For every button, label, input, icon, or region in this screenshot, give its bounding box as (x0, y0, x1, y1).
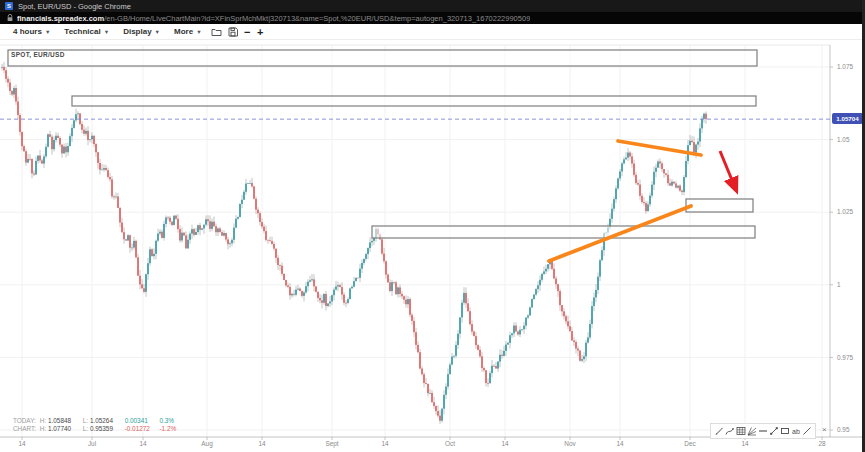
drawing-rectangle[interactable] (8, 50, 757, 66)
legend-row-today: TODAY: H: 1.05848 L: 1.05264 0.00341 0.3… (13, 417, 176, 425)
candlestick-chart[interactable]: 1.0751.051.02510.9750.9514Jul14Aug14Sept… (0, 40, 865, 452)
x-axis-label: 14 (258, 440, 266, 447)
drawing-rectangle[interactable] (72, 96, 756, 106)
chevron-down-icon: ▼ (155, 29, 160, 35)
window-title: Spot, EUR/USD - Google Chrome (18, 2, 131, 11)
pen-icon[interactable] (714, 425, 724, 437)
today-change: 0.00341 (125, 417, 158, 425)
chart-low-value: 0.95359 (90, 425, 119, 433)
fan-lines-icon[interactable] (747, 425, 757, 437)
rectangle-icon[interactable] (780, 425, 790, 437)
polyline-arrow-icon[interactable] (725, 425, 735, 437)
url-text[interactable]: financials.spreadex.com/en-GB/Home/LiveC… (17, 14, 530, 23)
y-axis-label: 1.05 (837, 136, 850, 143)
address-bar[interactable]: financials.spreadex.com/en-GB/Home/LiveC… (0, 12, 865, 24)
window-titlebar: S Spot, EUR/USD - Google Chrome (0, 0, 865, 12)
today-high-value: 1.05848 (48, 417, 77, 425)
chart-high-label: H: (40, 425, 46, 432)
today-high-label: H: (40, 417, 46, 424)
lock-icon (7, 14, 13, 22)
x-axis-label: Jul (88, 440, 96, 447)
chart-toolbar: 4 hours ▼ Technical ▼ Display ▼ More ▼ −… (0, 24, 865, 40)
chevron-down-icon: ▼ (104, 29, 109, 35)
drawing-rectangle[interactable] (372, 226, 755, 238)
save-icon[interactable] (225, 27, 241, 37)
close-toolbar-icon[interactable]: × (822, 426, 827, 434)
x-axis-label: Oct (445, 440, 455, 447)
legend-row-chart: CHART: H: 1.07740 L: 0.95359 -0.01272 -1… (13, 425, 176, 433)
display-dropdown[interactable]: Display ▼ (116, 27, 167, 36)
today-low-label: L: (83, 417, 88, 424)
url-domain: financials.spreadex.com (17, 14, 104, 23)
y-axis-label: 1 (837, 281, 841, 288)
more-dropdown[interactable]: More ▼ (167, 27, 209, 36)
chevron-down-icon: ▼ (45, 29, 50, 35)
chart-area[interactable]: 1.0751.051.02510.9750.9514Jul14Aug14Sept… (0, 40, 865, 452)
x-axis-label: 14 (139, 440, 147, 447)
chevron-down-icon: ▼ (196, 29, 201, 35)
x-axis-label: Nov (564, 440, 576, 447)
drawing-rectangle[interactable] (686, 199, 753, 212)
text-icon[interactable]: ab (791, 425, 801, 437)
x-axis-label: 14 (616, 440, 624, 447)
drawing-toolbar: ab (710, 423, 816, 439)
url-path: /en-GB/Home/LiveChartMain?id=XFinSprMchM… (104, 14, 530, 23)
more-label: More (174, 27, 193, 36)
x-axis-label: 14 (381, 440, 389, 447)
x-axis-label: Dec (684, 440, 696, 447)
display-label: Display (123, 27, 151, 36)
svg-text:ab: ab (792, 428, 800, 435)
chart-low-label: L: (83, 425, 88, 432)
timeframe-label: 4 hours (13, 27, 42, 36)
technical-dropdown[interactable]: Technical ▼ (57, 27, 116, 36)
zoom-out-button[interactable]: − (241, 27, 254, 37)
y-axis-label: 0.95 (837, 426, 850, 433)
candlestick-series (1, 62, 707, 424)
y-axis-label: 1.025 (837, 208, 853, 215)
y-axis-label: 1.075 (837, 63, 853, 70)
arrow-drawing[interactable] (720, 151, 734, 185)
segment-icon[interactable] (769, 425, 779, 437)
browser-window: S Spot, EUR/USD - Google Chrome financia… (0, 0, 865, 452)
diagonal-line-icon[interactable] (802, 425, 812, 437)
technical-label: Technical (64, 27, 100, 36)
y-axis-label: 0.975 (837, 354, 853, 361)
today-low-value: 1.05264 (90, 417, 119, 425)
open-folder-icon[interactable] (209, 27, 225, 37)
chart-change: -0.01272 (125, 425, 158, 433)
horizontal-line-icon[interactable] (758, 425, 768, 437)
today-label: TODAY: (13, 417, 38, 425)
spreadex-favicon: S (5, 2, 13, 10)
grid-icon[interactable] (736, 425, 746, 437)
zoom-in-button[interactable]: + (254, 27, 267, 37)
chart-label: CHART: (13, 425, 38, 433)
chart-high-value: 1.07740 (48, 425, 77, 433)
chart-change-pct: -1.2% (159, 425, 176, 432)
drawings (8, 50, 757, 261)
x-axis-label: Sept (325, 440, 338, 448)
chart-legend: TODAY: H: 1.05848 L: 1.05264 0.00341 0.3… (13, 417, 176, 434)
today-change-pct: 0.3% (159, 417, 174, 424)
x-axis-label: 14 (741, 440, 749, 447)
x-axis-label: 28 (818, 440, 826, 447)
x-axis-label: Aug (201, 440, 213, 448)
x-axis-label: 14 (501, 440, 509, 447)
current-price-badge: 1.05704 (832, 113, 863, 124)
timeframe-dropdown[interactable]: 4 hours ▼ (6, 27, 57, 36)
instrument-label: SPOT, EUR/USD (11, 51, 65, 58)
x-axis-label: 14 (18, 440, 26, 447)
